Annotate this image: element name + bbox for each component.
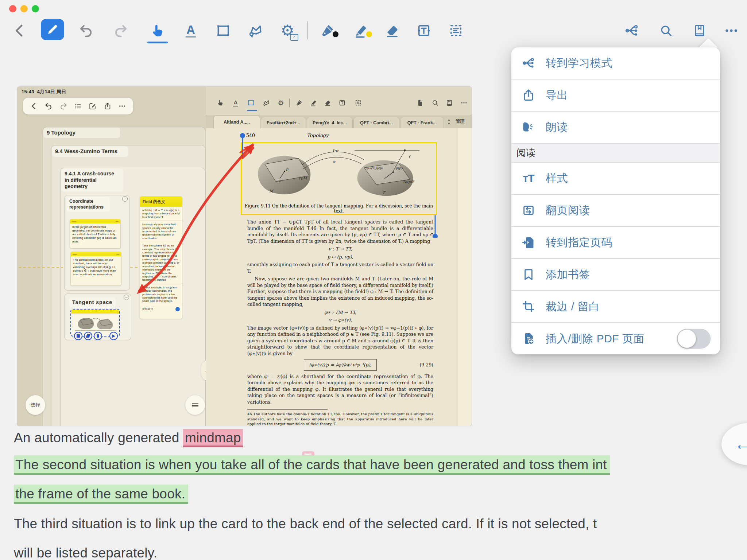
menu-item-goto-page[interactable]: 转到指定页码	[511, 226, 720, 258]
svg-text:φ(p): φ(p)	[395, 166, 403, 170]
card-text: topologically non-trivial field spaces u…	[140, 221, 182, 242]
insert-pdf-toggle[interactable]	[677, 329, 711, 349]
annotate-mode-button[interactable]	[41, 19, 64, 40]
pdf-page-edge	[458, 128, 472, 426]
minimize-window-button[interactable]	[20, 5, 28, 12]
menu-item-add-bookmark[interactable]: 添加书签	[511, 258, 720, 290]
maximize-window-button[interactable]	[32, 5, 39, 12]
excerpt-card-field: Field 的含义 a field φ : M → T, x ↦ φ(x) is…	[140, 196, 182, 319]
crop-icon	[521, 299, 536, 314]
menu-item-page-flip[interactable]: 翻页阅读	[511, 194, 720, 226]
excerpt-card-atlas: In the jargon of differential geometry, …	[70, 219, 121, 249]
redo-button[interactable]	[111, 21, 130, 40]
menu-item-study-mode[interactable]: 转到学习模式	[511, 47, 720, 79]
pdf-tab-bar: Altland A.,... Fradkin+2nd+... PengYe_4_…	[206, 115, 472, 128]
back-float-button[interactable]: ←	[721, 423, 747, 465]
card-header	[70, 219, 120, 223]
pdf-paragraph: smoothly assigning to each point of T a …	[247, 261, 433, 274]
figure-9-11: p vp TpM M f∘φ φ f [φ∗(v)]φ(p) φ(p) Tφ(p…	[248, 145, 430, 200]
bookmark-icon	[521, 267, 536, 282]
active-tool-indicator	[147, 42, 168, 43]
svg-text:M: M	[269, 189, 274, 194]
more-icon	[118, 102, 126, 110]
mindmap-node-label: 9.4.1 A crash-course in differential geo…	[61, 169, 123, 192]
letter-a-icon: A	[186, 24, 196, 38]
card-figure	[75, 315, 115, 329]
pdf-tab: PengYe_4_lec...	[307, 117, 353, 129]
pdf-equation: v → φ∗(v).	[247, 317, 433, 323]
menu-item-label: 插入/删除 PDF 页面	[546, 331, 645, 346]
card-text: 41 For example, in a system of polar coo…	[140, 284, 182, 305]
footnote-rule	[247, 409, 328, 410]
card-text: The central point is that, on our manifo…	[71, 256, 121, 278]
svg-text:TpM: TpM	[298, 176, 307, 180]
close-window-button[interactable]	[9, 5, 16, 12]
pdf-paragraph: where φⁱ = zⁱ(φ) is a shorthand for the …	[247, 373, 433, 405]
text-style-icon: ᴛT	[521, 171, 536, 186]
mindmap-node-label: 9 Topology	[43, 128, 120, 138]
pdf-paragraph: Now, suppose we are given two manifolds …	[247, 276, 433, 308]
pdf-equation-number: (9.29)	[419, 362, 433, 368]
menu-item-export[interactable]: 导出	[511, 79, 720, 111]
menu-item-insert-delete-pdf[interactable]: 插入/删除 PDF 页面	[511, 322, 720, 354]
tab-sort-icon	[445, 118, 453, 125]
redo-icon	[59, 102, 67, 110]
highlighter-icon	[310, 99, 318, 107]
text-box-icon	[338, 99, 346, 107]
text-box-tool-button[interactable]	[414, 21, 433, 40]
pink-highlight[interactable]: mindmap	[183, 429, 243, 447]
menu-item-label: 裁边 / 留白	[546, 299, 600, 314]
menu-item-label: 导出	[546, 88, 568, 103]
more-button[interactable]	[722, 21, 741, 40]
highlighter-tool-button[interactable]	[352, 21, 371, 40]
bookmarks-button[interactable]	[690, 21, 709, 40]
mindmap-node-label: 9.4 Wess-Zumino Terms	[52, 146, 128, 157]
svg-text:[φ∗(v)]φ(p): [φ∗(v)]φ(p)	[365, 166, 383, 170]
select-excerpt-tool-button[interactable]	[446, 21, 465, 40]
more-icon	[460, 99, 468, 107]
undo-icon	[44, 102, 53, 110]
card-title: Field 的含义	[140, 197, 182, 207]
rect-select-tool-button[interactable]	[214, 21, 233, 40]
share-icon	[104, 102, 112, 110]
mindmap-node-label: Tangent space	[69, 298, 116, 308]
svg-text:f: f	[409, 155, 411, 159]
note-line-1: An automatically generated mindmap	[14, 430, 243, 446]
pdf-footnote: 46 The authors hate the double-T notatio…	[247, 412, 433, 426]
svg-text:φ: φ	[333, 159, 336, 164]
note-text: An automatically generated	[14, 430, 183, 445]
menu-item-crop-margin[interactable]: 裁边 / 留白	[511, 290, 720, 322]
lasso-icon	[262, 99, 270, 107]
pdf-equation: φ∗ : TM → TT,	[247, 309, 433, 316]
more-menu: 转到学习模式 导出 朗读 阅读 ᴛT 样式 翻页阅读 转到指定页码 添加书签	[511, 47, 720, 354]
lasso-tool-button[interactable]	[246, 21, 265, 40]
search-button[interactable]	[657, 21, 676, 40]
text-highlight-tool-button[interactable]: A	[181, 21, 200, 40]
mindmap-node-icon	[521, 55, 536, 71]
pen-tool-button[interactable]	[318, 21, 337, 40]
pdf-equation: v : T → TT,	[247, 246, 433, 252]
card-link-dot	[175, 307, 180, 311]
back-button[interactable]	[10, 21, 29, 40]
green-highlight[interactable]: the frame of the same book.	[14, 485, 188, 504]
excerpt-settings-button[interactable]: ⚙✓	[278, 21, 297, 40]
page-flip-icon	[521, 203, 536, 218]
green-highlight[interactable]: The second situation is when you take al…	[14, 455, 610, 475]
pdf-paragraph: The image vector (φ∗(v))p is defined by …	[247, 325, 433, 357]
undo-button[interactable]	[77, 21, 96, 40]
highlighter-color-dot	[366, 31, 372, 37]
tab-manage-label: 管理	[456, 118, 465, 125]
menu-item-label: 转到学习模式	[546, 56, 612, 71]
menu-item-style[interactable]: ᴛT 样式	[511, 163, 720, 194]
menu-item-speak[interactable]: 朗读	[511, 111, 720, 143]
eraser-tool-button[interactable]	[383, 21, 402, 40]
pen-color-dot	[333, 31, 338, 37]
insert-pdf-icon	[521, 331, 536, 346]
pdf-equation: p ↦ (p, vp),	[247, 254, 433, 260]
menu-item-label: 转到指定页码	[546, 235, 612, 250]
hand-tool-button[interactable]	[148, 21, 167, 40]
pdf-tab: QFT - Cambri...	[353, 117, 399, 129]
svg-text:Tφ(p)T: Tφ(p)T	[403, 180, 415, 184]
mindmap-mode-button[interactable]	[622, 21, 641, 40]
pdf-paragraph: The union TT ≡ ∪p∈T TpT of all local tan…	[247, 219, 433, 244]
